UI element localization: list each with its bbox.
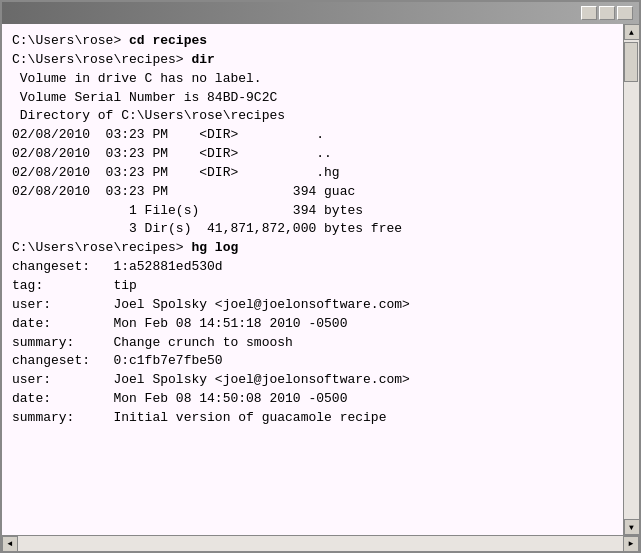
scroll-thumb[interactable]: [624, 42, 638, 82]
minimize-button[interactable]: [581, 6, 597, 20]
scroll-up-arrow[interactable]: ▲: [624, 24, 640, 40]
terminal-line: tag: tip: [12, 277, 613, 296]
vertical-scrollbar[interactable]: ▲ ▼: [623, 24, 639, 535]
terminal-line: C:\Users\rose> cd recipes: [12, 32, 613, 51]
terminal-line: user: Joel Spolsky <joel@joelonsoftware.…: [12, 296, 613, 315]
terminal-line: 1 File(s) 394 bytes: [12, 202, 613, 221]
horizontal-scrollbar[interactable]: ◄ ►: [2, 535, 639, 551]
terminal-line: changeset: 0:c1fb7e7fbe50: [12, 352, 613, 371]
terminal-line: date: Mon Feb 08 14:50:08 2010 -0500: [12, 390, 613, 409]
terminal-line: summary: Change crunch to smoosh: [12, 334, 613, 353]
horizontal-scroll-track[interactable]: [18, 536, 623, 551]
terminal-line: C:\Users\rose\recipes> dir: [12, 51, 613, 70]
scroll-down-arrow[interactable]: ▼: [624, 519, 640, 535]
scroll-left-arrow[interactable]: ◄: [2, 536, 18, 552]
terminal-line: changeset: 1:a52881ed530d: [12, 258, 613, 277]
terminal-line: date: Mon Feb 08 14:51:18 2010 -0500: [12, 315, 613, 334]
terminal-line: C:\Users\rose\recipes> hg log: [12, 239, 613, 258]
terminal-line: Volume in drive C has no label.: [12, 70, 613, 89]
terminal[interactable]: C:\Users\rose> cd recipesC:\Users\rose\r…: [2, 24, 623, 535]
terminal-line: 02/08/2010 03:23 PM 394 guac: [12, 183, 613, 202]
window: C:\Users\rose> cd recipesC:\Users\rose\r…: [0, 0, 641, 553]
title-bar: [2, 2, 639, 24]
scroll-track[interactable]: [624, 40, 639, 519]
terminal-line: user: Joel Spolsky <joel@joelonsoftware.…: [12, 371, 613, 390]
content-area: C:\Users\rose> cd recipesC:\Users\rose\r…: [2, 24, 639, 535]
title-bar-buttons: [581, 6, 633, 20]
terminal-line: 02/08/2010 03:23 PM <DIR> .: [12, 126, 613, 145]
terminal-line: 02/08/2010 03:23 PM <DIR> ..: [12, 145, 613, 164]
terminal-line: Volume Serial Number is 84BD-9C2C: [12, 89, 613, 108]
terminal-line: Directory of C:\Users\rose\recipes: [12, 107, 613, 126]
terminal-line: 02/08/2010 03:23 PM <DIR> .hg: [12, 164, 613, 183]
terminal-line: summary: Initial version of guacamole re…: [12, 409, 613, 428]
scroll-right-arrow[interactable]: ►: [623, 536, 639, 552]
restore-button[interactable]: [599, 6, 615, 20]
content-wrapper: C:\Users\rose> cd recipesC:\Users\rose\r…: [2, 24, 639, 551]
close-button[interactable]: [617, 6, 633, 20]
terminal-line: 3 Dir(s) 41,871,872,000 bytes free: [12, 220, 613, 239]
